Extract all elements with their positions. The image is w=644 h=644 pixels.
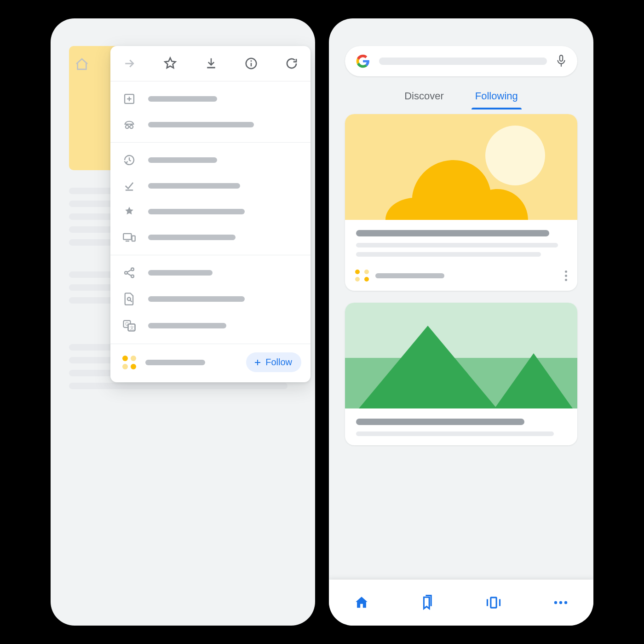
article-text-line [69, 383, 288, 389]
menu-item-label [148, 270, 213, 276]
nav-tab-carousel-icon[interactable] [484, 595, 503, 610]
plus-icon [253, 358, 262, 367]
follow-chip-label: Follow [265, 357, 292, 368]
card-title-line [356, 230, 549, 236]
nav-more-icon[interactable] [553, 600, 569, 605]
card-text-line [356, 252, 541, 257]
downloads-check-icon [122, 179, 136, 192]
star-outline-icon[interactable] [163, 56, 178, 71]
nav-home-icon[interactable] [354, 595, 369, 610]
svg-rect-28 [560, 55, 563, 61]
menu-group-1 [110, 81, 310, 142]
svg-point-35 [564, 601, 567, 604]
new-tab-plus-icon [122, 92, 136, 105]
bookmarks-star-icon [122, 205, 136, 218]
info-circle-icon[interactable] [244, 57, 258, 70]
svg-point-19 [127, 298, 131, 301]
download-icon[interactable] [204, 57, 218, 70]
card-footer [345, 266, 577, 291]
overflow-menu: G文 Follow [110, 46, 310, 382]
hill-shape [359, 316, 497, 408]
menu-item-label [145, 360, 205, 365]
card-image [345, 114, 577, 220]
menu-item-label [148, 235, 236, 240]
svg-rect-11 [123, 234, 131, 240]
svg-line-18 [127, 273, 132, 276]
svg-point-14 [125, 271, 127, 274]
share-icon [122, 266, 136, 279]
menu-item-bookmarks[interactable] [110, 199, 310, 224]
incognito-icon [122, 118, 136, 131]
menu-item-label [148, 209, 245, 214]
menu-item-label [148, 122, 254, 127]
tab-label: Following [475, 90, 518, 102]
card-image [345, 303, 577, 408]
svg-rect-13 [132, 236, 135, 242]
card-text-line [356, 243, 558, 247]
svg-rect-30 [491, 598, 496, 608]
card-body [345, 220, 577, 266]
card-overflow-icon[interactable] [565, 270, 567, 281]
search-query-placeholder [379, 58, 547, 65]
translate-icon: G文 [122, 319, 136, 333]
card-body [345, 408, 577, 445]
menu-item-label [148, 183, 240, 189]
menu-item-share[interactable] [110, 260, 310, 286]
recent-tabs-devices-icon [122, 231, 136, 244]
svg-point-7 [126, 125, 129, 128]
follow-chip[interactable]: Follow [246, 352, 301, 372]
svg-rect-0 [207, 67, 215, 69]
svg-point-8 [130, 125, 133, 128]
menu-item-find-in-page[interactable] [110, 286, 310, 312]
svg-point-16 [131, 275, 134, 278]
forward-arrow-icon[interactable] [122, 57, 136, 70]
google-g-logo [355, 53, 371, 69]
menu-item-label [148, 96, 217, 102]
menu-item-label [148, 296, 245, 302]
svg-text:文: 文 [130, 325, 134, 330]
tab-label: Discover [404, 90, 444, 102]
menu-toolbar [110, 46, 310, 81]
microphone-icon[interactable] [555, 54, 567, 68]
card-source-label [375, 273, 444, 278]
menu-item-label [148, 323, 226, 328]
svg-point-3 [251, 60, 252, 62]
feed-tabs: Discover Following [345, 87, 577, 105]
svg-line-17 [127, 270, 132, 272]
menu-item-label [148, 157, 217, 163]
menu-item-incognito[interactable] [110, 112, 310, 138]
bottom-nav [329, 580, 593, 626]
svg-point-34 [559, 601, 562, 604]
card-text-line [356, 431, 554, 436]
history-clock-icon [122, 154, 136, 167]
menu-item-downloads[interactable] [110, 173, 310, 199]
tab-discover[interactable]: Discover [402, 87, 446, 105]
cloud-shape [385, 142, 528, 220]
menu-item-translate[interactable]: G文 [110, 312, 310, 339]
menu-item-history[interactable] [110, 147, 310, 173]
svg-point-15 [131, 268, 134, 271]
svg-point-33 [554, 601, 557, 604]
menu-group-2 [110, 143, 310, 255]
feed-card[interactable] [345, 303, 577, 445]
menu-item-follow-site[interactable]: Follow [110, 344, 310, 382]
svg-line-20 [130, 300, 132, 302]
right-phone: Discover Following [329, 18, 593, 626]
find-in-page-icon [122, 292, 136, 306]
left-phone: G文 Follow [51, 18, 315, 626]
site-colored-dots-icon [355, 270, 369, 282]
nav-bookmarks-icon[interactable] [420, 595, 434, 610]
menu-item-recent-tabs[interactable] [110, 224, 310, 250]
site-colored-dots-icon [122, 356, 136, 369]
tab-following[interactable]: Following [473, 87, 520, 105]
hill-shape [494, 344, 573, 408]
home-icon[interactable] [75, 57, 89, 72]
feed-card[interactable] [345, 114, 577, 291]
menu-group-3: G文 [110, 255, 310, 344]
reload-icon[interactable] [285, 57, 299, 70]
search-bar[interactable] [345, 46, 577, 76]
card-title-line [356, 419, 524, 425]
menu-item-new-tab[interactable] [110, 86, 310, 112]
